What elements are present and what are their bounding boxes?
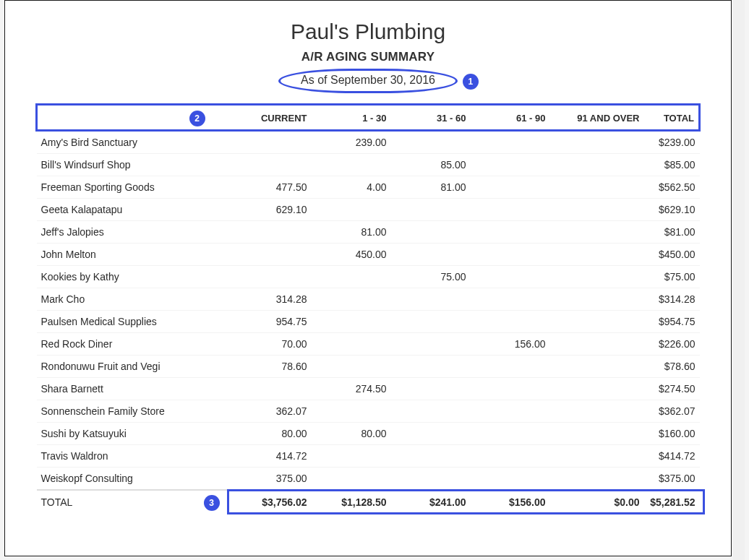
totals-91-over: $0.00 xyxy=(550,490,644,514)
table-row: Weiskopf Consulting375.00$375.00 xyxy=(37,468,700,491)
cell-91-over xyxy=(550,176,644,199)
customer-name: Bill's Windsurf Shop xyxy=(37,154,232,176)
customer-name: Geeta Kalapatapu xyxy=(37,199,232,221)
cell-31-60: 85.00 xyxy=(391,154,471,176)
cell-current xyxy=(232,131,312,154)
cell-91-over xyxy=(550,154,644,176)
cell-1-30: 450.00 xyxy=(312,244,391,266)
customer-name: Freeman Sporting Goods xyxy=(37,176,232,199)
table-row: Amy's Bird Sanctuary239.00$239.00 xyxy=(37,131,700,154)
cell-91-over xyxy=(550,221,644,244)
cell-current: 314.28 xyxy=(232,288,312,311)
cell-total: $362.07 xyxy=(644,400,700,423)
cell-current xyxy=(232,378,312,400)
customer-name: Rondonuwu Fruit and Vegi xyxy=(37,356,232,378)
cell-61-90 xyxy=(471,131,550,154)
cell-61-90 xyxy=(471,445,550,468)
cell-91-over xyxy=(550,400,644,423)
cell-31-60 xyxy=(391,131,471,154)
cell-1-30: 81.00 xyxy=(312,221,391,244)
scrollbar-track[interactable] xyxy=(733,0,745,560)
cell-61-90 xyxy=(471,311,550,333)
cell-1-30 xyxy=(312,154,391,176)
cell-1-30: 80.00 xyxy=(312,423,391,445)
cell-91-over xyxy=(550,333,644,356)
cell-31-60: 81.00 xyxy=(391,176,471,199)
cell-31-60 xyxy=(391,199,471,221)
table-row: Travis Waldron414.72$414.72 xyxy=(37,445,700,468)
customer-name: Travis Waldron xyxy=(37,445,232,468)
cell-total: $81.00 xyxy=(644,221,700,244)
cell-1-30: 239.00 xyxy=(312,131,391,154)
column-header-31-60: 31 - 60 xyxy=(391,105,471,131)
cell-61-90 xyxy=(471,244,550,266)
cell-1-30 xyxy=(312,311,391,333)
cell-31-60 xyxy=(391,400,471,423)
cell-1-30 xyxy=(312,199,391,221)
table-row: Shara Barnett274.50$274.50 xyxy=(37,378,700,400)
totals-current: $3,756.02 xyxy=(232,490,312,514)
cell-91-over xyxy=(550,468,644,491)
customer-name: Amy's Bird Sanctuary xyxy=(37,131,232,154)
table-row: Kookies by Kathy75.00$75.00 xyxy=(37,266,700,288)
cell-31-60 xyxy=(391,378,471,400)
customer-name: John Melton xyxy=(37,244,232,266)
cell-total: $629.10 xyxy=(644,199,700,221)
cell-31-60 xyxy=(391,333,471,356)
cell-current: 362.07 xyxy=(232,400,312,423)
table-row: John Melton450.00$450.00 xyxy=(37,244,700,266)
cell-total: $562.50 xyxy=(644,176,700,199)
callout-badge-3: 3 xyxy=(204,495,220,511)
cell-91-over xyxy=(550,266,644,288)
report-page: Paul's Plumbing A/R AGING SUMMARY As of … xyxy=(4,0,732,556)
table-row: Bill's Windsurf Shop85.00$85.00 xyxy=(37,154,700,176)
column-header-91-over: 91 AND OVER xyxy=(550,105,644,131)
cell-91-over xyxy=(550,244,644,266)
cell-current: 954.75 xyxy=(232,311,312,333)
cell-total: $375.00 xyxy=(644,468,700,491)
customer-name: Sushi by Katsuyuki xyxy=(37,423,232,445)
column-header-current: CURRENT xyxy=(232,105,312,131)
cell-61-90 xyxy=(471,288,550,311)
cell-31-60 xyxy=(391,288,471,311)
table-row: Mark Cho314.28$314.28 xyxy=(37,288,700,311)
cell-current: 78.60 xyxy=(232,356,312,378)
cell-total: $78.60 xyxy=(644,356,700,378)
table-row: Freeman Sporting Goods477.504.0081.00$56… xyxy=(37,176,700,199)
cell-current xyxy=(232,266,312,288)
cell-total: $239.00 xyxy=(644,131,700,154)
cell-91-over xyxy=(550,423,644,445)
cell-current: 375.00 xyxy=(232,468,312,491)
cell-91-over xyxy=(550,356,644,378)
callout-badge-2: 2 xyxy=(189,111,205,126)
cell-91-over xyxy=(550,378,644,400)
cell-91-over xyxy=(550,445,644,468)
as-of-date: As of September 30, 2016 xyxy=(278,69,458,93)
totals-31-60: $241.00 xyxy=(391,490,471,514)
cell-61-90 xyxy=(471,154,550,176)
cell-31-60 xyxy=(391,244,471,266)
cell-1-30 xyxy=(312,400,391,423)
cell-total: $160.00 xyxy=(644,423,700,445)
cell-1-30 xyxy=(312,288,391,311)
cell-91-over xyxy=(550,311,644,333)
cell-91-over xyxy=(550,288,644,311)
customer-name: Weiskopf Consulting xyxy=(37,468,232,491)
cell-current xyxy=(232,221,312,244)
cell-61-90: 156.00 xyxy=(471,333,550,356)
cell-current: 477.50 xyxy=(232,176,312,199)
cell-61-90 xyxy=(471,423,550,445)
cell-1-30 xyxy=(312,333,391,356)
callout-badge-1: 1 xyxy=(463,74,479,90)
cell-91-over xyxy=(550,199,644,221)
cell-1-30 xyxy=(312,445,391,468)
column-header-1-30: 1 - 30 xyxy=(312,105,391,131)
customer-name: Paulsen Medical Supplies xyxy=(37,311,232,333)
customer-name: Red Rock Diner xyxy=(37,333,232,356)
cell-1-30 xyxy=(312,356,391,378)
cell-current xyxy=(232,244,312,266)
totals-grand-total: $5,281.52 xyxy=(644,490,700,514)
cell-31-60 xyxy=(391,311,471,333)
cell-total: $954.75 xyxy=(644,311,700,333)
totals-row: TOTAL $3,756.02 $1,128.50 $241.00 $156.0… xyxy=(37,490,700,514)
